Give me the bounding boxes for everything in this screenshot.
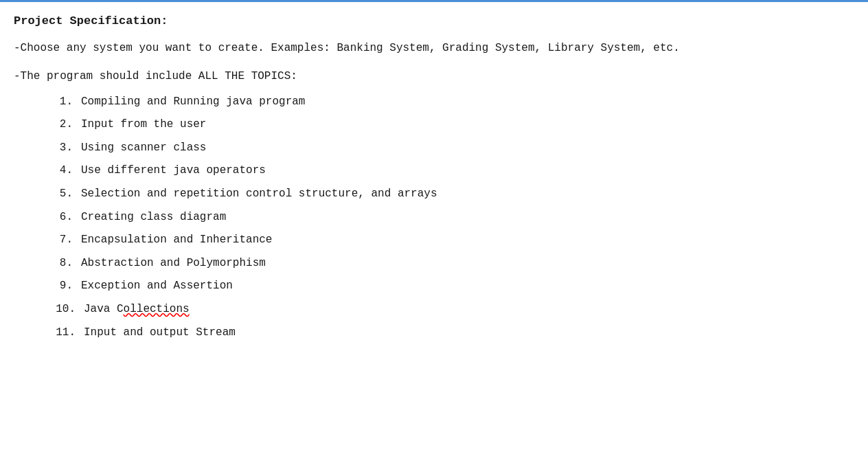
topics-list: 1. Compiling and Running java program 2.… xyxy=(14,93,854,342)
list-number: 9. xyxy=(48,278,73,295)
list-item-text: Use different java operators xyxy=(81,162,266,180)
list-number: 8. xyxy=(48,255,73,273)
list-item-text: Creating class diagram xyxy=(81,209,226,227)
list-item: 3. Using scanner class xyxy=(48,139,854,157)
list-number: 10. xyxy=(48,301,76,319)
list-number: 2. xyxy=(48,116,73,134)
list-item-text: Input and output Stream xyxy=(84,324,236,342)
underlined-text: ollections xyxy=(124,303,190,315)
list-item-text: Compiling and Running java program xyxy=(81,93,305,111)
section-title: Project Specification: xyxy=(14,14,854,27)
list-item: 11. Input and output Stream xyxy=(48,324,854,342)
list-item: 2. Input from the user xyxy=(48,116,854,134)
list-item: 7. Encapsulation and Inheritance xyxy=(48,232,854,249)
list-number: 4. xyxy=(48,162,73,180)
list-item-text: Selection and repetition control structu… xyxy=(81,185,437,203)
list-item-text: Abstraction and Polymorphism xyxy=(81,255,266,273)
list-number: 3. xyxy=(48,139,73,157)
list-item-text: Encapsulation and Inheritance xyxy=(81,232,272,249)
paragraph-choose: -Choose any system you want to create. E… xyxy=(14,40,854,58)
list-item-text: Exception and Assertion xyxy=(81,278,233,295)
list-item: 5. Selection and repetition control stru… xyxy=(48,185,854,203)
list-item: 6. Creating class diagram xyxy=(48,209,854,227)
list-number: 1. xyxy=(48,93,73,111)
list-number: 5. xyxy=(48,185,73,203)
list-item-text: Using scanner class xyxy=(81,139,206,157)
list-item: 8. Abstraction and Polymorphism xyxy=(48,255,854,273)
list-item: 4. Use different java operators xyxy=(48,162,854,180)
list-number: 6. xyxy=(48,209,73,227)
page-container: Project Specification: -Choose any syste… xyxy=(0,0,868,463)
list-item: 9. Exception and Assertion xyxy=(48,278,854,295)
list-item: 10. Java Collections xyxy=(48,301,854,319)
list-number: 7. xyxy=(48,232,73,249)
list-item: 1. Compiling and Running java program xyxy=(48,93,854,111)
list-item-text: Input from the user xyxy=(81,116,206,134)
list-item-text: Java Collections xyxy=(84,301,190,319)
topics-intro: -The program should include ALL THE TOPI… xyxy=(14,70,854,82)
list-number: 11. xyxy=(48,324,76,342)
